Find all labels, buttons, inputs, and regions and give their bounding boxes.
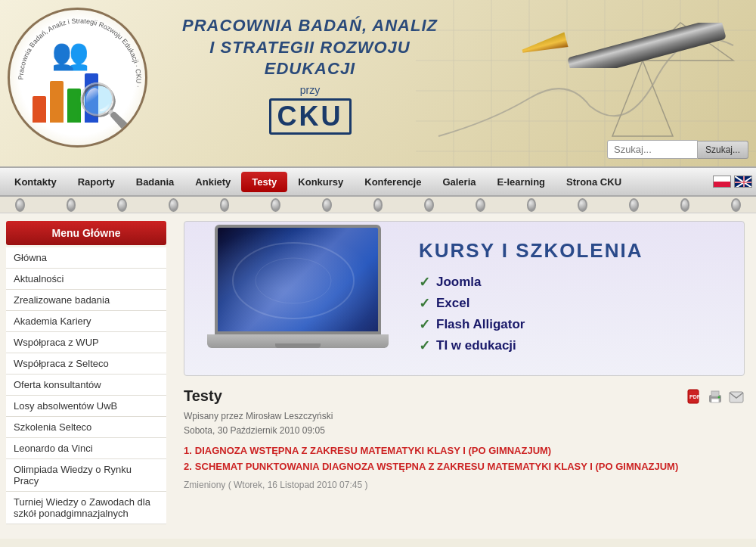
laptop-screen	[215, 225, 381, 334]
logo-circle: Pracownia Badań, Analiz i Strategii Rozw…	[8, 8, 147, 148]
svg-rect-30	[711, 391, 719, 396]
sidebar-item-leonardo[interactable]: Leonardo da Vinci	[6, 438, 166, 459]
language-flags	[713, 176, 752, 188]
link-text-2: SCHEMAT PUNKTOWANIA DIAGNOZA WSTĘPNA Z Z…	[195, 461, 678, 472]
ring-2	[67, 198, 76, 212]
svg-marker-17	[520, 33, 568, 59]
search-input[interactable]	[607, 140, 698, 159]
header: Pracownia Badań, Analiz i Strategii Rozw…	[0, 0, 756, 166]
sidebar-item-glowna[interactable]: Główna	[6, 247, 166, 269]
nav-strona-cku[interactable]: Strona CKU	[556, 172, 632, 192]
ring-9	[424, 198, 434, 212]
sidebar-item-wup[interactable]: Współpraca z WUP	[6, 332, 166, 353]
ring-row	[0, 197, 756, 213]
sidebar-item-olimpiada[interactable]: Olimpiada Wiedzy o Rynku Pracy	[6, 459, 166, 492]
link-text-1: DIAGNOZA WSTĘPNA Z ZAKRESU MATEMATYKI KL…	[195, 445, 551, 456]
checkmark-icon: ✓	[419, 337, 430, 354]
banner-courses: ✓ Joomla ✓ Excel ✓ Flash Alligator ✓ TI …	[419, 274, 744, 354]
ring-5	[220, 198, 230, 212]
ring-10	[476, 198, 485, 212]
nav-konferencje[interactable]: Konferencje	[354, 172, 432, 192]
banner: KURSY I SZKOLENIA ✓ Joomla ✓ Excel ✓ Fla…	[184, 221, 745, 376]
svg-rect-33	[730, 392, 743, 402]
flag-pl[interactable]	[713, 176, 731, 188]
checkmark-icon: ✓	[419, 316, 430, 333]
nav-badania[interactable]: Badania	[125, 172, 185, 192]
nav-testy[interactable]: Testy	[241, 172, 287, 192]
pen-decoration	[507, 23, 733, 71]
cku-logo: CKU	[269, 98, 352, 135]
sidebar-item-oferta[interactable]: Oferta konsultantów	[6, 375, 166, 396]
svg-point-26	[256, 258, 331, 303]
navbar: Kontakty Raporty Badania Ankiety Testy K…	[0, 166, 756, 197]
ring-11	[527, 198, 537, 212]
header-title: Pracownia Badań, Analiz i Strategii Rozw…	[166, 15, 454, 135]
print-icon[interactable]	[707, 389, 723, 406]
article-changed: Zmieniony ( Wtorek, 16 Listopad 2010 07:…	[184, 480, 745, 490]
sidebar-item-selteco[interactable]: Współpraca z Selteco	[6, 353, 166, 375]
logo-people-icon: 👥	[51, 36, 89, 72]
nav-konkursy[interactable]: Konkursy	[287, 172, 354, 192]
sidebar-item-aktualnosci[interactable]: Aktualności	[6, 269, 166, 290]
main-content: Menu Główne Główna Aktualności Zrealizow…	[0, 213, 756, 539]
course-joomla: ✓ Joomla	[419, 274, 744, 291]
checkmark-icon: ✓	[419, 274, 430, 291]
ring-4	[169, 198, 178, 212]
nav-kontakty[interactable]: Kontakty	[4, 172, 67, 192]
sidebar-item-turniej[interactable]: Turniej Wiedzy o Zawodach dla szkół pona…	[6, 492, 166, 524]
svg-point-25	[233, 243, 354, 319]
article-toolbar: PDF	[686, 389, 745, 406]
laptop-base	[207, 334, 389, 348]
pdf-icon[interactable]: PDF	[686, 389, 702, 406]
search-bar[interactable]: Szukaj...	[607, 140, 748, 159]
nav-elearning[interactable]: E-learning	[487, 172, 556, 192]
link-num-1: 1.	[184, 445, 192, 456]
sidebar: Menu Główne Główna Aktualności Zrealizow…	[0, 213, 172, 539]
article-link-2[interactable]: 2.SCHEMAT PUNKTOWANIA DIAGNOZA WSTĘPNA Z…	[184, 461, 745, 472]
article: PDF	[184, 387, 745, 490]
banner-laptop	[192, 225, 404, 372]
course-excel: ✓ Excel	[419, 295, 744, 312]
sidebar-item-losy[interactable]: Losy absolwentów UwB	[6, 396, 166, 417]
svg-rect-31	[711, 399, 719, 402]
nav-galeria[interactable]: Galeria	[432, 172, 486, 192]
article-meta: Wpisany przez Mirosław Leszczyński	[184, 411, 745, 421]
search-button[interactable]: Szukaj...	[698, 141, 748, 159]
flag-en[interactable]	[734, 176, 752, 188]
article-link-1[interactable]: 1.DIAGNOZA WSTĘPNA Z ZAKRESU MATEMATYKI …	[184, 445, 745, 456]
course-flash: ✓ Flash Alligator	[419, 316, 744, 333]
content-area: KURSY I SZKOLENIA ✓ Joomla ✓ Excel ✓ Fla…	[172, 213, 756, 539]
svg-point-32	[718, 396, 720, 399]
pkzy-label: przy	[166, 84, 454, 96]
svg-text:PDF: PDF	[689, 394, 701, 399]
ring-7	[322, 198, 332, 212]
sidebar-item-akademia[interactable]: Akademia Kariery	[6, 311, 166, 332]
sidebar-item-zrealizowane[interactable]: Zrealizowane badania	[6, 290, 166, 311]
article-title: Testy	[184, 387, 745, 405]
article-date: Sobota, 30 Październik 2010 09:05	[184, 425, 745, 436]
sidebar-title: Menu Główne	[6, 221, 166, 245]
ring-8	[373, 198, 383, 212]
banner-text: KURSY I SZKOLENIA ✓ Joomla ✓ Excel ✓ Fla…	[419, 239, 744, 359]
ring-12	[578, 198, 587, 212]
ring-1	[15, 198, 25, 212]
course-ti: ✓ TI w edukacji	[419, 337, 744, 354]
ring-13	[629, 198, 639, 212]
link-num-2: 2.	[184, 461, 192, 472]
checkmark-icon: ✓	[419, 295, 430, 312]
email-icon[interactable]	[728, 389, 745, 406]
banner-heading: KURSY I SZKOLENIA	[419, 239, 744, 263]
nav-raporty[interactable]: Raporty	[67, 172, 125, 192]
ring-14	[680, 198, 690, 212]
ring-15	[731, 198, 741, 212]
magnifier-icon: 🔍	[77, 80, 134, 134]
sidebar-item-szkolenia[interactable]: Szkolenia Selteco	[6, 417, 166, 438]
ring-3	[117, 198, 127, 212]
svg-rect-16	[567, 23, 727, 68]
site-title: Pracownia Badań, Analiz i Strategii Rozw…	[166, 15, 454, 80]
logo: Pracownia Badań, Analiz i Strategii Rozw…	[8, 8, 159, 159]
ring-6	[271, 198, 280, 212]
nav-ankiety[interactable]: Ankiety	[184, 172, 241, 192]
